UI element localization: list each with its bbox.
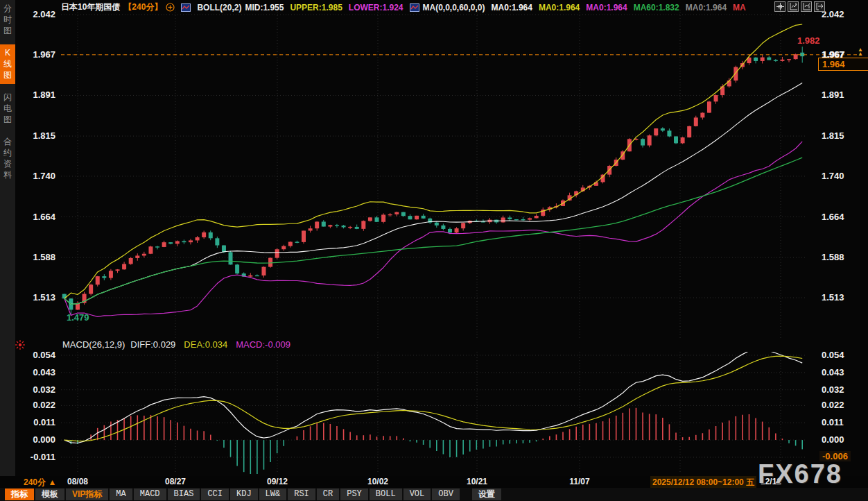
period-low-label: 1.479 — [67, 312, 89, 323]
toolbar-button-KDJ[interactable]: KDJ — [230, 489, 258, 500]
toolbar-button-设置[interactable]: 设置 — [472, 489, 501, 500]
toolbar-button-CCI[interactable]: CCI — [201, 489, 229, 500]
price-tick-right: 1.891 — [822, 90, 844, 100]
sidebar-tab-合约资料[interactable]: 合约资料 — [0, 133, 15, 184]
ma-value: MA60:1.832 — [634, 3, 679, 12]
macd-macd: MACD:-0.009 — [236, 339, 290, 350]
toolbar-button-MA[interactable]: MA — [110, 489, 132, 500]
boll-mid: MID:1.955 — [245, 3, 284, 12]
macd-tick-left: 0.022 — [15, 400, 55, 410]
period-high-label: 1.982 — [797, 35, 820, 46]
macd-tick-left: 0.043 — [15, 367, 55, 377]
macd-tick-right: 0.011 — [822, 417, 844, 427]
toolbar-button-PSY[interactable]: PSY — [340, 489, 368, 500]
period-up-arrow-icon: ▲ — [48, 477, 56, 487]
price-up-arrows-icon: ▲▲ — [858, 48, 863, 56]
ma-value: MA0:1.964 — [686, 3, 727, 12]
price-tick-left: 1.588 — [15, 252, 55, 262]
period-indicator[interactable]: 240分 ▲ — [24, 477, 56, 489]
toolbar-button-BIAS[interactable]: BIAS — [168, 489, 200, 500]
ma-label: MA(0,0,0,60,0,0) — [423, 3, 485, 12]
price-tick-left: 1.664 — [15, 212, 55, 222]
add-indicator-icon[interactable] — [166, 3, 175, 12]
macd-tick-left: 0.000 — [15, 434, 55, 445]
date-tick-label: 10/21 — [460, 477, 494, 486]
kline-chart-app: 分时图K线图闪电图合约资料 日本10年期国债 【240分】 BOLL(20,2)… — [0, 0, 868, 501]
toolbar-button-LW&[interactable]: LW& — [259, 489, 287, 500]
macd-tick-right: 0.000 — [822, 434, 844, 445]
sidebar-tab-分时图[interactable]: 分时图 — [0, 0, 15, 40]
macd-tick-left: -0.011 — [15, 452, 55, 462]
price-tick-right: 1.740 — [822, 171, 844, 181]
macd-tick-right: 0.032 — [822, 384, 844, 395]
date-tick-label: 09/12 — [261, 477, 294, 486]
toolbar-button-OBV[interactable]: OBV — [432, 489, 460, 500]
time-axis: 240分 ▲ 2025/12/12 08:00~12:00 五 12/12 08… — [0, 476, 868, 488]
chart-header: 日本10年期国债 【240分】 BOLL(20,2) MID:1.955 UPP… — [61, 2, 746, 12]
date-tick-label: 11/07 — [563, 477, 596, 486]
ma-value: MA0:1.964 — [492, 3, 532, 12]
price-tick-left: 1.891 — [15, 90, 55, 100]
toolbar-button-MACD[interactable]: MACD — [134, 489, 166, 500]
page-forward-icon[interactable] — [814, 1, 825, 12]
price-tick-right: 1.664 — [822, 212, 844, 222]
chart-tool-icons — [774, 1, 825, 12]
toolbar-button-指标[interactable]: 指标 — [5, 489, 34, 500]
date-tick-label: 08/08 — [61, 477, 94, 486]
watermark: FX678 — [758, 459, 842, 489]
toolbar-button-VIP指标[interactable]: VIP指标 — [66, 489, 108, 500]
ma-value: MA — [733, 3, 746, 12]
ma-values: MA0:1.964MA0:1.964MA0:1.964MA60:1.832MA0… — [492, 3, 746, 12]
ma-value: MA0:1.964 — [539, 3, 580, 12]
price-tick-left: 1.513 — [15, 292, 55, 303]
zoom-out-scale-icon[interactable] — [801, 1, 812, 12]
macd-tick-left: 0.011 — [15, 417, 55, 427]
zoom-in-scale-icon[interactable] — [788, 1, 799, 12]
sidebar-tab-闪电图[interactable]: 闪电图 — [0, 89, 15, 128]
sidebar: 分时图K线图闪电图合约资料 — [0, 0, 15, 476]
date-tick-label: 08/27 — [159, 477, 192, 486]
macd-tick-right: 0.054 — [822, 350, 844, 360]
macd-dea: DEA:0.034 — [184, 339, 227, 350]
indicator-toolbar: 指标模板VIP指标MAMACDBIASCCIKDJLW&RSICRPSYBOLL… — [0, 488, 868, 501]
price-tick-left: 1.815 — [15, 130, 55, 141]
macd-diff: DIFF:0.029 — [130, 339, 175, 350]
toolbar-button-VOL[interactable]: VOL — [403, 489, 431, 500]
macd-tick-left: 0.032 — [15, 384, 55, 395]
crosshair-icon[interactable] — [774, 1, 785, 12]
toolbar-button-RSI[interactable]: RSI — [288, 489, 315, 500]
price-tick-left: 1.967 — [15, 49, 55, 60]
price-tick-left: 1.740 — [15, 171, 55, 181]
price-tick-right: 1.513 — [822, 292, 844, 303]
macd-tick-right: 0.043 — [822, 367, 844, 377]
boll-label: BOLL(20,2) — [197, 3, 241, 12]
boll-indicator-icon[interactable] — [181, 3, 191, 12]
last-price-box: 1.964 — [818, 58, 868, 71]
sidebar-tab-K线图[interactable]: K线图 — [0, 44, 15, 84]
toolbar-button-模板[interactable]: 模板 — [35, 489, 64, 500]
macd-tick-left: 0.054 — [15, 350, 55, 360]
toolbar-button-BOLL[interactable]: BOLL — [370, 489, 402, 500]
macd-header: MACD(26,12,9) DIFF:0.029 DEA:0.034 MACD:… — [62, 339, 290, 350]
ma-indicator-icon[interactable] — [410, 3, 419, 12]
boll-lower: LOWER:1.924 — [349, 3, 403, 12]
price-tick-left: 2.042 — [15, 9, 55, 19]
price-tick-right: 1.815 — [822, 130, 844, 141]
instrument-title: 日本10年期国债 — [61, 1, 120, 13]
blink-indicator-icon[interactable] — [15, 340, 25, 350]
period-selector[interactable]: 【240分】 — [123, 1, 162, 13]
ma-value: MA0:1.964 — [586, 3, 627, 12]
chart-canvas[interactable] — [0, 0, 868, 476]
price-tick-right: 1.588 — [822, 252, 844, 262]
macd-label: MACD(26,12,9) — [62, 339, 125, 350]
toolbar-button-CR[interactable]: CR — [317, 489, 339, 500]
date-tick-label: 10/02 — [361, 477, 394, 486]
macd-tick-right: 0.022 — [822, 400, 844, 410]
boll-upper: UPPER:1.985 — [290, 3, 342, 12]
